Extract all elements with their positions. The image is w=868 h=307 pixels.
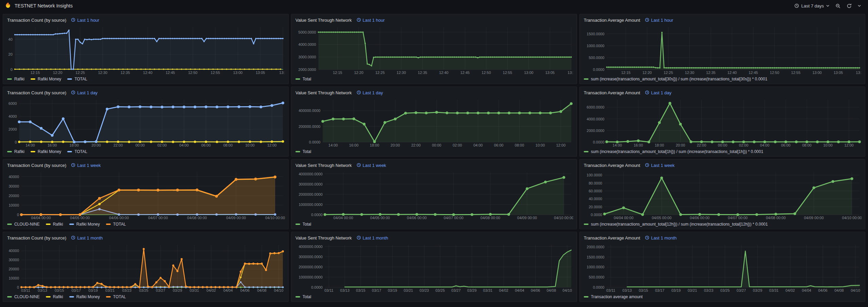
legend-item[interactable]: Total xyxy=(295,222,311,227)
panel-header[interactable]: Value Sent Through NetworkLast 1 day xyxy=(295,89,573,97)
svg-text:04/08 00:00: 04/08 00:00 xyxy=(481,216,500,220)
panel-time-range-link[interactable]: Last 1 day xyxy=(645,90,671,96)
chart-canvas: 12:1512:2012:2512:3012:3512:4012:4512:50… xyxy=(583,24,862,75)
panel-header[interactable]: Transaction Average AmountLast 1 month xyxy=(583,234,862,242)
svg-text:03/17: 03/17 xyxy=(72,288,81,292)
time-series-chart[interactable]: 03/1103/1303/1503/1703/1903/2103/2303/25… xyxy=(295,242,573,293)
chart-canvas: 12:1512:2012:2512:3012:3512:4012:4512:50… xyxy=(6,24,285,75)
legend-item[interactable]: TOTAL xyxy=(67,149,87,154)
clock-icon xyxy=(645,163,649,168)
panel-header[interactable]: Transaction Count (by source)Last 1 hour xyxy=(6,16,285,24)
time-series-chart[interactable]: 04/04 00:0004/05 00:0004/06 00:0004/07 0… xyxy=(295,170,573,220)
legend-item[interactable]: TOTAL xyxy=(67,77,87,81)
refresh-button[interactable] xyxy=(844,2,854,10)
svg-text:03/29: 03/29 xyxy=(467,288,477,292)
zoom-out-button[interactable] xyxy=(833,2,843,10)
legend-swatch xyxy=(67,78,72,80)
svg-text:20:00: 20:00 xyxy=(91,143,101,147)
legend-item[interactable]: CLOUD-NINE xyxy=(7,294,40,299)
time-series-chart[interactable]: 12:1512:2012:2512:3012:3512:4012:4512:50… xyxy=(6,24,285,75)
legend-item[interactable]: Rafiki xyxy=(7,149,24,154)
svg-text:13:05: 13:05 xyxy=(256,71,265,75)
app-header: TESTNET Network Insights Last 7 days xyxy=(0,0,868,12)
svg-text:03/27: 03/27 xyxy=(737,288,746,292)
svg-text:2000.0000: 2000.0000 xyxy=(587,245,604,249)
panel-header[interactable]: Transaction Count (by source)Last 1 day xyxy=(6,89,285,97)
svg-text:0: 0 xyxy=(17,213,19,217)
panel-time-range-link[interactable]: Last 1 month xyxy=(71,235,103,241)
legend-item[interactable]: TOTAL xyxy=(106,294,126,299)
time-series-chart[interactable]: 12:1512:2012:2512:3012:3512:4012:4512:50… xyxy=(295,24,573,75)
time-series-chart[interactable]: 04/04 00:0004/05 00:0004/06 00:0004/07 0… xyxy=(6,170,285,220)
time-series-chart[interactable]: 03/1103/1303/1503/1703/1903/2103/2303/25… xyxy=(583,242,862,293)
chevron-down-icon xyxy=(858,5,861,7)
panel-time-range-link[interactable]: Last 1 hour xyxy=(357,18,385,23)
svg-text:12:40: 12:40 xyxy=(439,71,449,75)
refresh-interval-dropdown[interactable] xyxy=(855,3,863,8)
legend-item[interactable]: sum (increase(transactions_amount_total[… xyxy=(584,222,768,227)
time-series-chart[interactable]: 14:0016:0018:0020:0022:0000:0002:0004:00… xyxy=(583,97,862,148)
legend-item[interactable]: Total xyxy=(295,77,311,81)
legend-item[interactable]: sum (increase(transactions_amount_total[… xyxy=(584,77,767,81)
panel-header[interactable]: Transaction Count (by source)Last 1 mont… xyxy=(6,234,285,242)
chart-legend: RafikiRafiki MoneyTOTAL xyxy=(6,148,285,155)
legend-item[interactable]: Rafiki Money xyxy=(31,149,61,154)
panel-time-range-label: Last 1 month xyxy=(77,235,103,241)
time-range-picker[interactable]: Last 7 days xyxy=(792,2,832,10)
svg-text:00:00: 00:00 xyxy=(432,143,441,147)
time-series-chart[interactable]: 03/1103/1303/1503/1703/1903/2103/2303/25… xyxy=(6,242,285,293)
time-series-chart[interactable]: 04/04 00:0004/05 00:0004/06 00:0004/07 0… xyxy=(583,170,862,220)
refresh-icon xyxy=(847,3,852,8)
time-series-chart[interactable]: 12:1512:2012:2512:3012:3512:4012:4512:50… xyxy=(583,24,862,75)
svg-text:20:00: 20:00 xyxy=(676,143,685,147)
panel-header[interactable]: Transaction Count (by source)Last 1 week xyxy=(6,161,285,170)
time-series-chart[interactable]: 14:0016:0018:0020:0022:0000:0002:0004:00… xyxy=(6,97,285,148)
panel-time-range-link[interactable]: Last 1 hour xyxy=(71,18,99,23)
legend-item[interactable]: Rafiki xyxy=(46,294,63,299)
svg-text:04/10: 04/10 xyxy=(851,288,860,292)
legend-item[interactable]: Transaction average amount xyxy=(584,294,643,299)
chart-canvas: 03/1103/1303/1503/1703/1903/2103/2303/25… xyxy=(6,242,285,293)
legend-item[interactable]: Total xyxy=(295,294,311,299)
svg-text:12:20: 12:20 xyxy=(354,71,364,75)
svg-text:03/29: 03/29 xyxy=(173,288,182,292)
panel-time-range-link[interactable]: Last 1 week xyxy=(645,163,674,168)
svg-text:04/08 00:00: 04/08 00:00 xyxy=(766,216,785,220)
legend-item[interactable]: Rafiki xyxy=(46,222,63,227)
panel-time-range-link[interactable]: Last 1 week xyxy=(357,163,386,168)
panel-header[interactable]: Value Sent Through NetworkLast 1 week xyxy=(295,161,573,170)
svg-text:0: 0 xyxy=(11,68,13,72)
legend-item[interactable]: Rafiki xyxy=(7,77,24,81)
chart-legend: Total xyxy=(295,148,573,155)
panel-time-range-link[interactable]: Last 1 day xyxy=(357,90,383,96)
time-series-chart[interactable]: 14:0016:0018:0020:0022:0000:0002:0004:00… xyxy=(295,97,573,148)
legend-item[interactable]: sum (increase(transactions_amount_total[… xyxy=(584,149,763,154)
panel-time-range-link[interactable]: Last 1 month xyxy=(357,235,388,241)
clock-icon xyxy=(71,90,75,96)
panel-header[interactable]: Transaction Average AmountLast 1 week xyxy=(583,161,862,170)
panel-time-range-link[interactable]: Last 1 day xyxy=(71,90,97,96)
panel-transaction-avg-1h: Transaction Average AmountLast 1 hour12:… xyxy=(579,14,865,84)
legend-label: Rafiki Money xyxy=(76,222,100,227)
legend-item[interactable]: Rafiki Money xyxy=(31,77,61,81)
legend-item[interactable]: Rafiki Money xyxy=(69,222,100,227)
panel-time-range-link[interactable]: Last 1 month xyxy=(645,235,676,241)
legend-item[interactable]: TOTAL xyxy=(106,222,126,227)
panel-header[interactable]: Transaction Average AmountLast 1 day xyxy=(583,89,862,97)
panel-header[interactable]: Value Sent Through NetworkLast 1 month xyxy=(295,234,573,242)
svg-text:400000.0000: 400000.0000 xyxy=(299,109,320,113)
panel-value-sent-1h: Value Sent Through NetworkLast 1 hour12:… xyxy=(291,14,577,84)
svg-text:1500.0000: 1500.0000 xyxy=(587,255,604,259)
svg-text:0.0000: 0.0000 xyxy=(593,285,604,289)
panel-time-range-link[interactable]: Last 1 hour xyxy=(645,18,673,23)
legend-item[interactable]: Total xyxy=(295,149,311,154)
legend-item[interactable]: CLOUD-NINE xyxy=(7,222,40,227)
legend-item[interactable]: Rafiki Money xyxy=(69,294,100,299)
svg-text:1500.0000: 1500.0000 xyxy=(587,32,604,36)
svg-text:04/04: 04/04 xyxy=(802,288,811,292)
panel-header[interactable]: Transaction Average AmountLast 1 hour xyxy=(583,16,862,24)
legend-label: Total xyxy=(303,77,311,81)
panel-time-range-link[interactable]: Last 1 week xyxy=(71,163,101,168)
panel-header[interactable]: Value Sent Through NetworkLast 1 hour xyxy=(295,16,573,24)
svg-text:04/06 00:00: 04/06 00:00 xyxy=(690,216,709,220)
